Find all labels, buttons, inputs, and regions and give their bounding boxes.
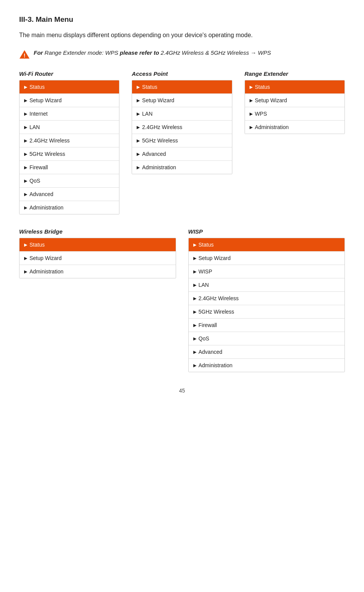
menu-arrow-icon: ▶: [137, 111, 140, 116]
menu-arrow-icon: ▶: [193, 296, 196, 301]
menu-item[interactable]: ▶LAN: [132, 107, 232, 121]
menu-arrow-icon: ▶: [24, 165, 27, 170]
page-number: 45: [19, 388, 345, 394]
menu-item[interactable]: ▶Status: [245, 80, 344, 94]
menu-item-label: 5GHz Wireless: [29, 151, 65, 157]
notice-text: For Range Extender mode: WPS please refe…: [34, 48, 271, 57]
notice-box: ! For Range Extender mode: WPS please re…: [19, 48, 345, 60]
menu-item[interactable]: ▶Administration: [132, 161, 232, 174]
menu-item[interactable]: ▶Advanced: [132, 147, 232, 161]
menu-arrow-icon: ▶: [24, 111, 27, 116]
page-title: III-3. Main Menu: [19, 15, 345, 24]
menu-box: ▶Status▶Setup Wizard▶LAN▶2.4GHz Wireless…: [132, 80, 232, 174]
menu-item-label: 2.4GHz Wireless: [199, 295, 239, 301]
svg-text:!: !: [24, 52, 26, 59]
menu-item[interactable]: ▶LAN: [189, 278, 345, 292]
menu-arrow-icon: ▶: [24, 98, 27, 103]
menu-section-wireless-bridge: Wireless Bridge▶Status▶Setup Wizard▶Admi…: [19, 228, 176, 278]
menus-row-1: Wi-Fi Router▶Status▶Setup Wizard▶Interne…: [19, 70, 345, 214]
menu-item[interactable]: ▶5GHz Wireless: [132, 134, 232, 147]
menu-item[interactable]: ▶WISP: [189, 265, 345, 278]
menu-item[interactable]: ▶LAN: [20, 121, 119, 134]
menu-item[interactable]: ▶Administration: [245, 121, 344, 134]
menu-arrow-icon: ▶: [193, 283, 196, 288]
menu-item[interactable]: ▶5GHz Wireless: [20, 147, 119, 161]
menu-section-range-extender: Range Extender▶Status▶Setup Wizard▶WPS▶A…: [245, 70, 345, 134]
menu-arrow-icon: ▶: [137, 138, 140, 143]
menu-item-label: Firewall: [29, 164, 48, 170]
menu-item[interactable]: ▶Setup Wizard: [20, 94, 119, 107]
menu-item-label: Status: [142, 84, 157, 90]
menu-arrow-icon: ▶: [24, 152, 27, 157]
menu-item[interactable]: ▶QoS: [20, 174, 119, 188]
menu-box: ▶Status▶Setup Wizard▶WISP▶LAN▶2.4GHz Wir…: [188, 238, 345, 372]
menu-item[interactable]: ▶Setup Wizard: [245, 94, 344, 107]
menu-item-label: Status: [29, 242, 45, 248]
menu-title: Wireless Bridge: [19, 228, 62, 235]
menu-item[interactable]: ▶Firewall: [20, 161, 119, 174]
menu-item[interactable]: ▶5GHz Wireless: [189, 305, 345, 319]
menu-arrow-icon: ▶: [24, 85, 27, 90]
menu-item[interactable]: ▶Setup Wizard: [132, 94, 232, 107]
menu-item-label: Internet: [29, 111, 47, 117]
menu-arrow-icon: ▶: [193, 363, 196, 368]
menu-item-label: LAN: [142, 111, 152, 117]
menu-item-label: Administration: [142, 164, 176, 170]
menu-arrow-icon: ▶: [193, 309, 196, 314]
menu-item-label: WISP: [199, 268, 212, 275]
menu-item[interactable]: ▶2.4GHz Wireless: [189, 292, 345, 305]
menu-arrow-icon: ▶: [137, 152, 140, 157]
menu-box: ▶Status▶Setup Wizard▶Administration: [19, 238, 176, 278]
menu-item[interactable]: ▶Status: [20, 238, 176, 252]
menu-item[interactable]: ▶Setup Wizard: [189, 252, 345, 265]
menu-item-label: Firewall: [199, 322, 217, 328]
menu-arrow-icon: ▶: [250, 98, 253, 103]
menu-item[interactable]: ▶Advanced: [189, 345, 345, 359]
menu-item[interactable]: ▶Internet: [20, 107, 119, 121]
menu-arrow-icon: ▶: [193, 242, 196, 247]
menu-item-label: Setup Wizard: [142, 97, 174, 103]
menu-item-label: 5GHz Wireless: [199, 309, 234, 315]
menu-title: Range Extender: [245, 70, 288, 77]
menu-arrow-icon: ▶: [137, 85, 140, 90]
menu-item[interactable]: ▶2.4GHz Wireless: [132, 121, 232, 134]
menu-item-label: Setup Wizard: [29, 97, 62, 103]
menu-item-label: Status: [29, 84, 45, 90]
menu-item-label: Setup Wizard: [29, 255, 62, 261]
menu-item-label: Advanced: [142, 151, 166, 157]
menu-arrow-icon: ▶: [24, 269, 27, 274]
warning-icon: !: [19, 49, 30, 60]
menu-arrow-icon: ▶: [193, 336, 196, 341]
menu-item-label: Administration: [29, 204, 64, 211]
menu-item-label: Setup Wizard: [199, 255, 231, 261]
menu-item[interactable]: ▶Advanced: [20, 188, 119, 201]
menu-box: ▶Status▶Setup Wizard▶WPS▶Administration: [245, 80, 345, 134]
menu-section-wi-fi-router: Wi-Fi Router▶Status▶Setup Wizard▶Interne…: [19, 70, 119, 214]
menu-item-label: 2.4GHz Wireless: [142, 124, 182, 130]
menu-item-label: LAN: [29, 124, 40, 130]
menu-arrow-icon: ▶: [250, 111, 253, 116]
menu-box: ▶Status▶Setup Wizard▶Internet▶LAN▶2.4GHz…: [19, 80, 119, 214]
menu-arrow-icon: ▶: [137, 125, 140, 130]
menu-item[interactable]: ▶Status: [20, 80, 119, 94]
menu-item-label: QoS: [29, 178, 40, 184]
menu-item[interactable]: ▶Setup Wizard: [20, 252, 176, 265]
menu-arrow-icon: ▶: [24, 256, 27, 261]
menu-item[interactable]: ▶Administration: [189, 359, 345, 372]
menu-title: Wi-Fi Router: [19, 70, 53, 77]
menu-item[interactable]: ▶Status: [132, 80, 232, 94]
menu-title: WISP: [188, 228, 203, 235]
menu-section-access-point: Access Point▶Status▶Setup Wizard▶LAN▶2.4…: [132, 70, 232, 174]
menu-item[interactable]: ▶Status: [189, 238, 345, 252]
menu-arrow-icon: ▶: [193, 323, 196, 328]
menu-item[interactable]: ▶QoS: [189, 332, 345, 345]
menu-arrow-icon: ▶: [193, 256, 196, 261]
menu-item[interactable]: ▶WPS: [245, 107, 344, 121]
menu-item[interactable]: ▶2.4GHz Wireless: [20, 134, 119, 147]
menu-arrow-icon: ▶: [24, 242, 27, 247]
menu-arrow-icon: ▶: [24, 138, 27, 143]
menu-item[interactable]: ▶Administration: [20, 201, 119, 214]
menu-item-label: Status: [255, 84, 270, 90]
menu-item[interactable]: ▶Firewall: [189, 319, 345, 332]
menu-item[interactable]: ▶Administration: [20, 265, 176, 278]
